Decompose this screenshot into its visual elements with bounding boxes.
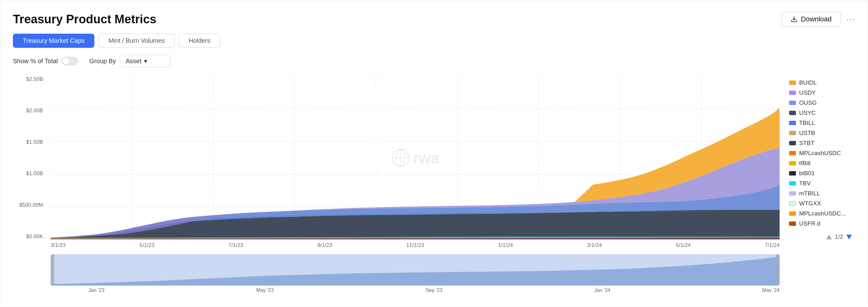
legend-color-MPLcashUSDCdot (789, 211, 796, 216)
show-pct-control: Show % of Total (13, 57, 78, 65)
page-indicator: 1/2 (789, 234, 855, 240)
controls-row: Show % of Total Group By Asset ▾ (13, 55, 855, 67)
tab-mint-burn-volumes[interactable]: Mint / Burn Volumes (99, 34, 175, 48)
legend-label-USTB: USTB (799, 130, 815, 136)
page-down-icon[interactable] (846, 235, 852, 239)
y-label-4: $2.00B (26, 108, 43, 114)
legend-item-bIB01: bIB01 (789, 170, 855, 177)
header-actions: Download ··· (781, 12, 855, 27)
legend-item-USDY: USDY (789, 89, 855, 96)
legend: BUIDL USDY OUSG USYC TBILL USTB (780, 76, 855, 286)
y-label-2: $1.00B (26, 171, 43, 177)
show-pct-toggle[interactable] (62, 57, 78, 65)
y-axis: $2.50B $2.00B $1.50B $1.00B $500.00M $0.… (13, 76, 48, 240)
legend-color-BUIDL (789, 81, 796, 85)
group-by-value: Asset (126, 58, 142, 65)
legend-color-STBT (789, 141, 796, 145)
legend-color-USDY (789, 91, 796, 95)
legend-item-TBV: TBV (789, 180, 855, 187)
legend-item-USFR: USFR.d (789, 220, 855, 227)
download-icon (790, 16, 798, 23)
main-chart-svg (51, 76, 780, 240)
legend-color-USFR (789, 221, 796, 226)
legend-item-BUIDL: BUIDL (789, 79, 855, 86)
x-label-7: 5/1/24 (676, 242, 691, 248)
main-container: Treasury Product Metrics Download ··· Tr… (0, 0, 868, 307)
legend-label-BUIDL: BUIDL (799, 79, 817, 86)
legend-item-OUSG: OUSG (789, 99, 855, 106)
show-pct-label: Show % of Total (13, 58, 58, 65)
chevron-down-icon: ▾ (144, 57, 147, 65)
x-label-4: 11/1/23 (406, 242, 424, 248)
mini-x-label-2: Sep '23 (426, 287, 442, 293)
svg-rect-22 (776, 254, 780, 286)
x-label-6: 3/1/24 (587, 242, 601, 248)
legend-label-STBT: STBT (799, 140, 814, 147)
legend-item-USTB: USTB (789, 130, 855, 136)
toggle-knob (63, 58, 69, 64)
x-axis: 3/1/23 5/1/23 7/1/23 9/1/23 11/1/23 1/1/… (51, 240, 780, 248)
legend-color-MPLcashUSDC (789, 151, 796, 155)
legend-item-mTBILL: mTBILL (789, 190, 855, 197)
chart-main: $2.50B $2.00B $1.50B $1.00B $500.00M $0.… (13, 76, 780, 286)
x-label-0: 3/1/23 (51, 242, 65, 248)
x-label-2: 7/1/23 (228, 242, 243, 248)
tab-holders[interactable]: Holders (179, 34, 220, 48)
legend-color-mTBILL (789, 191, 796, 196)
legend-item-STBT: STBT (789, 140, 855, 147)
chart-area: $2.50B $2.00B $1.50B $1.00B $500.00M $0.… (13, 76, 855, 286)
x-label-3: 9/1/23 (317, 242, 332, 248)
header-row: Treasury Product Metrics Download ··· (13, 12, 855, 27)
y-label-5: $2.50B (26, 76, 43, 83)
mini-x-label-4: May '24 (762, 287, 780, 293)
chart-plot: rwa (51, 76, 780, 240)
tab-treasury-market-caps[interactable]: Treasury Market Caps (13, 34, 94, 48)
x-label-1: 5/1/23 (140, 242, 154, 248)
legend-color-USTB (789, 131, 796, 135)
legend-label-WTGXX: WTGXX (799, 200, 821, 207)
legend-item-MPLcashUSDC: MPLcashUSDC (789, 150, 855, 157)
legend-label-TBV: TBV (799, 180, 811, 187)
legend-label-mTBILL: mTBILL (799, 190, 820, 197)
page-up-icon[interactable] (826, 235, 832, 239)
legend-color-OUSG (789, 101, 796, 105)
legend-color-USYC (789, 111, 796, 115)
legend-label-OUSG: OUSG (799, 99, 817, 106)
group-by-label: Group By (89, 58, 116, 65)
mini-x-label-3: Jan '24 (594, 287, 611, 293)
svg-rect-20 (51, 254, 780, 286)
legend-label-USDY: USDY (799, 89, 816, 96)
group-by-control: Group By Asset ▾ (89, 55, 170, 67)
page-number: 1/2 (835, 234, 843, 240)
legend-color-tfBill (789, 161, 796, 165)
legend-color-TBV (789, 181, 796, 186)
legend-label-bIB01: bIB01 (799, 170, 815, 177)
more-options-button[interactable]: ··· (846, 14, 855, 24)
legend-label-tfBill: tfBill (799, 160, 810, 167)
x-label-5: 1/1/24 (498, 242, 513, 248)
mini-x-axis: Jan '23 May '23 Sep '23 Jan '24 May '24 (88, 286, 780, 293)
y-label-1: $500.00M (19, 202, 43, 208)
legend-color-WTGXX (789, 201, 796, 206)
page-title: Treasury Product Metrics (13, 12, 156, 26)
download-button[interactable]: Download (781, 12, 841, 27)
legend-color-TBILL (789, 121, 796, 125)
tab-row: Treasury Market Caps Mint / Burn Volumes… (13, 34, 855, 48)
legend-label-TBILL: TBILL (799, 120, 815, 126)
mini-chart-svg[interactable] (51, 254, 780, 286)
group-by-select[interactable]: Asset ▾ (120, 55, 170, 67)
legend-item-WTGXX: WTGXX (789, 200, 855, 207)
legend-item-TBILL: TBILL (789, 120, 855, 126)
svg-rect-21 (51, 254, 54, 286)
legend-item-MPLcashUSDCdot: MPLcashUSDC... (789, 210, 855, 217)
legend-label-USYC: USYC (799, 110, 816, 116)
x-label-8: 7/1/24 (765, 242, 780, 248)
legend-item-tfBill: tfBill (789, 160, 855, 167)
minimap-area: Jan '23 May '23 Sep '23 Jan '24 May '24 (51, 254, 780, 286)
legend-label-MPLcashUSDC: MPLcashUSDC (799, 150, 841, 157)
y-label-0: $0.00K (26, 234, 43, 240)
legend-label-MPLcashUSDCdot: MPLcashUSDC... (799, 210, 846, 217)
legend-item-USYC: USYC (789, 110, 855, 116)
mini-x-label-1: May '23 (256, 287, 274, 293)
legend-label-USFR: USFR.d (799, 220, 820, 227)
